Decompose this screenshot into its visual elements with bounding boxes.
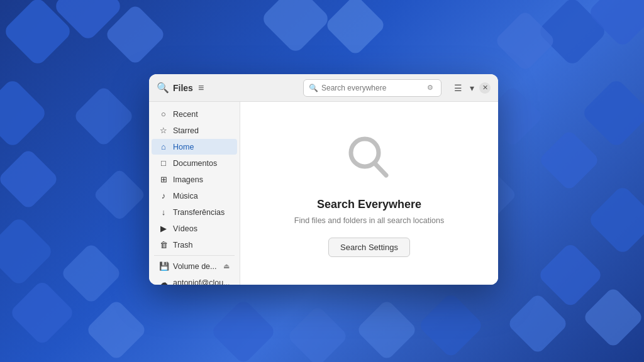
svg-rect-8 xyxy=(0,77,48,148)
account-icon: ☁ xyxy=(159,278,168,285)
sidebar-label-musica: Música xyxy=(173,192,198,200)
files-window: 🔍 Files ≡ 🔍 ⚙ ☰ ▾ ✕ ○ Recent ☆ Starred xyxy=(149,74,498,285)
sidebar-label-home: Home xyxy=(173,143,194,151)
sidebar-label-trash: Trash xyxy=(173,241,193,250)
sidebar-item-starred[interactable]: ☆ Starred xyxy=(152,123,237,138)
sidebar-label-volume: Volume de... xyxy=(173,262,217,271)
sidebar-item-recent[interactable]: ○ Recent xyxy=(152,106,237,122)
svg-rect-15 xyxy=(538,129,601,192)
documentos-icon: □ xyxy=(159,158,168,168)
sidebar-item-imagens[interactable]: ⊞ Imagens xyxy=(152,172,237,187)
transferencias-icon: ↓ xyxy=(159,207,168,217)
svg-rect-16 xyxy=(587,184,644,255)
svg-rect-21 xyxy=(287,305,349,362)
search-bar[interactable]: 🔍 ⚙ xyxy=(303,79,441,97)
main-subtext: Find files and folders in all search loc… xyxy=(294,216,444,225)
videos-icon: ▶ xyxy=(159,224,168,233)
sidebar-label-transferencias: Transferências xyxy=(173,208,225,217)
sidebar-label-account: antoniof@clou... xyxy=(173,278,230,285)
svg-rect-13 xyxy=(86,299,148,361)
sidebar-separator xyxy=(154,255,235,256)
imagens-icon: ⊞ xyxy=(159,175,168,184)
svg-rect-24 xyxy=(73,85,135,148)
svg-rect-25 xyxy=(93,168,147,222)
svg-rect-20 xyxy=(210,299,277,362)
svg-rect-12 xyxy=(60,243,123,305)
svg-rect-23 xyxy=(418,292,484,359)
sidebar-item-volume[interactable]: 💾 Volume de... ⏏ xyxy=(152,258,237,274)
sidebar-item-videos[interactable]: ▶ Vídeos xyxy=(152,221,237,236)
main-heading: Search Everywhere xyxy=(317,198,421,211)
window-body: ○ Recent ☆ Starred ⌂ Home □ Documentos ⊞… xyxy=(149,102,498,285)
sidebar: ○ Recent ☆ Starred ⌂ Home □ Documentos ⊞… xyxy=(149,102,240,285)
home-icon: ⌂ xyxy=(159,142,168,151)
sidebar-item-trash[interactable]: 🗑 Trash xyxy=(152,237,237,253)
titlebar-actions: ☰ ▾ ✕ xyxy=(452,82,491,94)
musica-icon: ♪ xyxy=(159,191,168,200)
view-list-icon[interactable]: ☰ xyxy=(452,82,465,94)
svg-rect-6 xyxy=(260,0,331,55)
volume-eject-icon[interactable]: ⏏ xyxy=(223,262,230,270)
search-input[interactable] xyxy=(321,84,425,92)
svg-rect-14 xyxy=(580,77,644,148)
svg-rect-19 xyxy=(582,287,644,349)
sidebar-label-starred: Starred xyxy=(173,126,199,135)
sidebar-label-documentos: Documentos xyxy=(173,159,217,168)
search-bar-icon: 🔍 xyxy=(309,84,318,92)
trash-icon: 🗑 xyxy=(159,240,168,250)
sidebar-item-documentos[interactable]: □ Documentos xyxy=(152,155,237,171)
window-title: Files xyxy=(173,83,193,93)
svg-rect-17 xyxy=(537,242,604,309)
sidebar-item-transferencias[interactable]: ↓ Transferências xyxy=(152,204,237,220)
svg-rect-7 xyxy=(325,0,387,56)
sidebar-item-account[interactable]: ☁ antoniof@clou... xyxy=(152,275,237,285)
sidebar-label-videos: Vídeos xyxy=(173,224,197,233)
svg-rect-22 xyxy=(356,299,418,361)
sidebar-label-imagens: Imagens xyxy=(173,175,203,184)
sidebar-label-recent: Recent xyxy=(173,110,198,119)
search-options-icon[interactable]: ⚙ xyxy=(425,82,436,93)
sidebar-item-musica[interactable]: ♪ Música xyxy=(152,188,237,204)
search-settings-button[interactable]: Search Settings xyxy=(328,238,410,257)
svg-rect-18 xyxy=(507,293,569,355)
svg-rect-10 xyxy=(0,216,55,287)
svg-rect-5 xyxy=(494,10,557,72)
sidebar-item-home[interactable]: ⌂ Home xyxy=(152,139,237,155)
volume-icon: 💾 xyxy=(159,261,168,271)
svg-rect-11 xyxy=(9,280,75,346)
search-illustration xyxy=(341,130,397,187)
view-chevron-icon[interactable]: ▾ xyxy=(467,82,477,94)
titlebar: 🔍 Files ≡ 🔍 ⚙ ☰ ▾ ✕ xyxy=(149,74,498,102)
svg-line-29 xyxy=(375,163,386,175)
starred-icon: ☆ xyxy=(159,126,168,135)
recent-icon: ○ xyxy=(159,109,168,119)
hamburger-menu-icon[interactable]: ≡ xyxy=(198,82,204,94)
titlebar-search-icon: 🔍 xyxy=(157,82,169,94)
close-button[interactable]: ✕ xyxy=(479,82,491,94)
svg-rect-9 xyxy=(0,148,59,211)
main-content: Search Everywhere Find files and folders… xyxy=(240,102,498,285)
